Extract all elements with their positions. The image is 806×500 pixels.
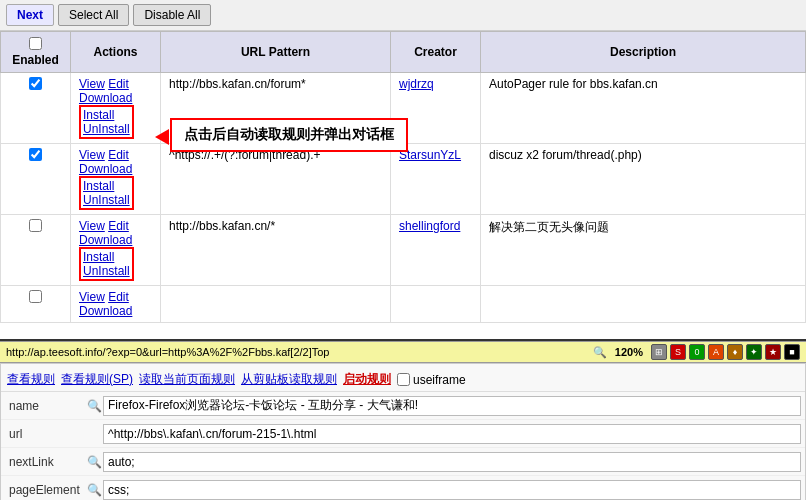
install-link[interactable]: Install <box>83 108 114 122</box>
field-row: url <box>1 420 805 448</box>
download-link[interactable]: Download <box>79 162 132 176</box>
zoom-level: 120% <box>615 346 643 358</box>
col-creator: Creator <box>391 32 481 73</box>
view-rules-sp-link[interactable]: 查看规则(SP) <box>61 371 133 388</box>
field-label: pageElement <box>5 483 85 497</box>
actions-cell: View EditDownloadInstallUnInstall <box>71 73 161 144</box>
table-row: View EditDownloadInstallUnInstallhttp://… <box>1 215 806 286</box>
field-input-pageElement[interactable] <box>103 480 801 500</box>
col-enabled: Enabled <box>1 32 71 73</box>
col-description: Description <box>481 32 806 73</box>
enabled-cell <box>1 215 71 286</box>
startup-rules-button[interactable]: 启动规则 <box>343 371 391 388</box>
col-url: URL Pattern <box>161 32 391 73</box>
select-all-button[interactable]: Select All <box>58 4 129 26</box>
description-cell <box>481 286 806 323</box>
edit-link[interactable]: Edit <box>108 77 129 91</box>
field-input-name[interactable] <box>103 396 801 416</box>
useiframe-label: useiframe <box>397 373 466 387</box>
next-button[interactable]: Next <box>6 4 54 26</box>
field-label: url <box>5 427 85 441</box>
view-rules-link[interactable]: 查看规则 <box>7 371 55 388</box>
field-row: name🔍 <box>1 392 805 420</box>
useiframe-checkbox[interactable] <box>397 373 410 386</box>
creator-cell: StarsunYzL <box>391 144 481 215</box>
status-icon-7: ★ <box>765 344 781 360</box>
view-link[interactable]: View <box>79 219 105 233</box>
actions-cell: View EditDownload <box>71 286 161 323</box>
field-search-icon: 🔍 <box>85 455 103 469</box>
toolbar: Next Select All Disable All <box>0 0 806 31</box>
bottom-panel: 查看规则 查看规则(SP) 读取当前页面规则 从剪贴板读取规则 启动规则 use… <box>0 363 806 500</box>
edit-link[interactable]: Edit <box>108 148 129 162</box>
disable-all-button[interactable]: Disable All <box>133 4 211 26</box>
status-icon-3: 0 <box>689 344 705 360</box>
enabled-cell <box>1 286 71 323</box>
url-pattern-cell <box>161 286 391 323</box>
download-link[interactable]: Download <box>79 91 132 105</box>
uninstall-link[interactable]: UnInstall <box>83 264 130 278</box>
status-bar: http://ap.teesoft.info/?exp=0&url=http%3… <box>0 341 806 363</box>
field-row: nextLink🔍 <box>1 448 805 476</box>
edit-link[interactable]: Edit <box>108 219 129 233</box>
status-icons: ⊞ S 0 A ♦ ✦ ★ ■ <box>651 344 800 360</box>
url-pattern-cell: http://bbs.kafan.cn/* <box>161 215 391 286</box>
enabled-cell <box>1 73 71 144</box>
status-icon-8: ■ <box>784 344 800 360</box>
description-cell: discuz x2 forum/thread(.php) <box>481 144 806 215</box>
table-row: View EditDownload <box>1 286 806 323</box>
read-clipboard-rules-link[interactable]: 从剪贴板读取规则 <box>241 371 337 388</box>
status-icon-5: ♦ <box>727 344 743 360</box>
field-row: pageElement🔍 <box>1 476 805 500</box>
status-url: http://ap.teesoft.info/?exp=0&url=http%3… <box>6 346 585 358</box>
actions-cell: View EditDownloadInstallUnInstall <box>71 144 161 215</box>
rules-table-area: Enabled Actions URL Pattern Creator Desc… <box>0 31 806 341</box>
table-row: View EditDownloadInstallUnInstall^https:… <box>1 144 806 215</box>
view-link[interactable]: View <box>79 148 105 162</box>
rules-table: Enabled Actions URL Pattern Creator Desc… <box>0 31 806 323</box>
status-icon-1: ⊞ <box>651 344 667 360</box>
view-link[interactable]: View <box>79 77 105 91</box>
status-icon-6: ✦ <box>746 344 762 360</box>
view-link[interactable]: View <box>79 290 105 304</box>
popup-annotation: 点击后自动读取规则并弹出对话框 <box>170 118 408 152</box>
download-link[interactable]: Download <box>79 304 132 318</box>
bottom-toolbar: 查看规则 查看规则(SP) 读取当前页面规则 从剪贴板读取规则 启动规则 use… <box>1 368 805 392</box>
description-cell: AutoPager rule for bbs.kafan.cn <box>481 73 806 144</box>
field-search-icon: 🔍 <box>85 399 103 413</box>
status-icon-4: A <box>708 344 724 360</box>
enabled-checkbox[interactable] <box>29 290 42 303</box>
download-link[interactable]: Download <box>79 233 132 247</box>
creator-cell <box>391 286 481 323</box>
edit-link[interactable]: Edit <box>108 290 129 304</box>
description-cell: 解决第二页无头像问题 <box>481 215 806 286</box>
field-search-icon: 🔍 <box>85 483 103 497</box>
uninstall-link[interactable]: UnInstall <box>83 193 130 207</box>
url-pattern-cell: ^https://.+/(?:forum|thread).+ <box>161 144 391 215</box>
field-input-url[interactable] <box>103 424 801 444</box>
select-all-checkbox[interactable] <box>29 37 42 50</box>
enabled-cell <box>1 144 71 215</box>
annotation-arrow <box>155 129 169 145</box>
field-input-nextLink[interactable] <box>103 452 801 472</box>
creator-link[interactable]: StarsunYzL <box>399 148 461 162</box>
uninstall-link[interactable]: UnInstall <box>83 122 130 136</box>
read-page-rules-link[interactable]: 读取当前页面规则 <box>139 371 235 388</box>
col-actions: Actions <box>71 32 161 73</box>
status-icon-2: S <box>670 344 686 360</box>
install-link[interactable]: Install <box>83 179 114 193</box>
install-link[interactable]: Install <box>83 250 114 264</box>
table-body: View EditDownloadInstallUnInstallhttp://… <box>1 73 806 323</box>
actions-cell: View EditDownloadInstallUnInstall <box>71 215 161 286</box>
enabled-checkbox[interactable] <box>29 148 42 161</box>
field-label: name <box>5 399 85 413</box>
creator-link[interactable]: wjdrzq <box>399 77 434 91</box>
creator-link[interactable]: shellingford <box>399 219 460 233</box>
creator-cell: shellingford <box>391 215 481 286</box>
field-label: nextLink <box>5 455 85 469</box>
search-icon: 🔍 <box>593 346 607 359</box>
fields-container: name🔍urlnextLink🔍pageElement🔍 <box>1 392 805 500</box>
enabled-checkbox[interactable] <box>29 219 42 232</box>
enabled-checkbox[interactable] <box>29 77 42 90</box>
